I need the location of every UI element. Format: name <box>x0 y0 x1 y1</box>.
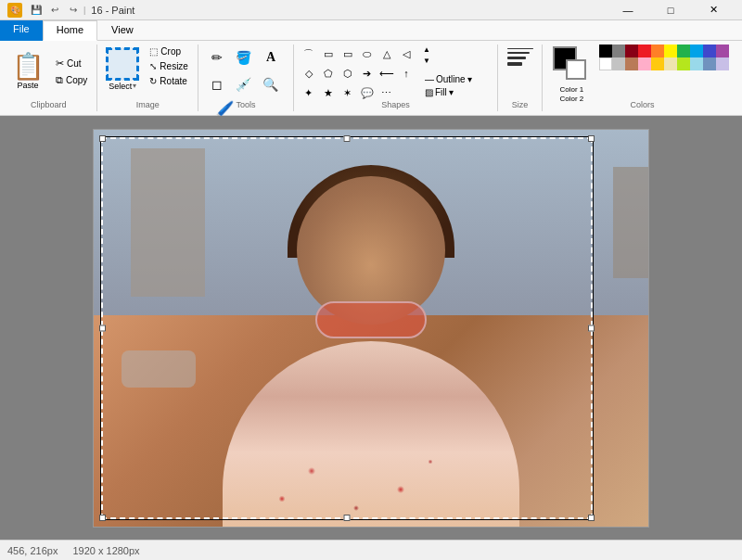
tab-home[interactable]: Home <box>43 20 97 41</box>
shapes-grid: ⌒ ▭ ▭ ⬭ △ ◁ ◇ ⬠ ⬡ ➔ ⟵ ↑ ✦ ★ ✶ <box>300 45 420 102</box>
tab-file[interactable]: File <box>0 20 43 41</box>
swatch-green[interactable] <box>677 45 690 57</box>
undo-quick-btn[interactable]: ↩ <box>46 2 63 19</box>
swatch-blue[interactable] <box>690 45 703 57</box>
person-head <box>297 176 445 325</box>
shape-roundrect-btn[interactable]: ▭ <box>339 45 357 63</box>
ribbon-tabs: File Home View <box>0 20 742 41</box>
size-line-4[interactable] <box>507 62 522 66</box>
magnify-button[interactable]: 🔍 <box>258 71 284 97</box>
shape-star6-btn[interactable]: ✶ <box>339 83 357 102</box>
shapes-section: ⌒ ▭ ▭ ⬭ △ ◁ ◇ ⬠ ⬡ ➔ ⟵ ↑ ✦ ★ ✶ <box>294 45 498 111</box>
shape-rtriangle-btn[interactable]: ◁ <box>397 45 416 63</box>
select-label: Select <box>109 82 132 91</box>
shapes-side: ▲ ▼ ― Outline ▾ ▨ Fill ▾ <box>422 45 475 98</box>
swatch-white[interactable] <box>599 57 612 70</box>
swatch-pink[interactable] <box>638 57 651 70</box>
swatch-orange[interactable] <box>651 45 664 57</box>
status-bar: 456, 216px 1920 x 1280px <box>0 540 742 560</box>
rotate-icon: ↻ <box>149 76 157 86</box>
redo-quick-btn[interactable]: ↪ <box>65 2 82 19</box>
outline-fill-group: ― Outline ▾ ▨ Fill ▾ <box>422 73 475 98</box>
image-label: Image <box>97 100 198 109</box>
swatch-gold[interactable] <box>651 57 664 70</box>
clipboard-section: 📋 Paste ✂ Cut ⧉ Copy Clipboard <box>0 45 97 111</box>
swatch-darkred[interactable] <box>625 45 638 57</box>
swatch-red[interactable] <box>638 45 651 57</box>
ribbon: File Home View 📋 Paste ✂ Cut ⧉ Copy <box>0 20 742 116</box>
shape-hexagon-btn[interactable]: ⬡ <box>339 64 357 83</box>
shapes-scroll-up[interactable]: ▲ <box>422 45 475 56</box>
color2-box[interactable] <box>566 59 586 80</box>
paint-canvas[interactable] <box>93 129 649 528</box>
shape-triangle-btn[interactable]: △ <box>377 45 396 63</box>
resize-icon: ⤡ <box>149 61 157 71</box>
select-dropdown-icon: ▾ <box>133 82 136 90</box>
maximize-button[interactable]: □ <box>649 0 692 20</box>
shapes-nav: ▲ ▼ <box>422 45 475 66</box>
bg-car <box>122 350 196 388</box>
paste-button[interactable]: 📋 Paste <box>6 45 50 98</box>
image-section: Select ▾ ⬚ Crop ⤡ Resize ↻ <box>97 45 198 111</box>
shapes-scroll-down[interactable]: ▼ <box>422 56 475 67</box>
eraser-button[interactable]: ◻ <box>204 71 230 97</box>
copy-button[interactable]: ⧉ Copy <box>52 72 91 88</box>
swatch-indigo[interactable] <box>703 45 716 57</box>
minimize-button[interactable]: — <box>607 0 649 20</box>
paste-label: Paste <box>17 81 38 90</box>
app-icon: 🎨 <box>7 3 22 18</box>
swatch-gray[interactable] <box>612 45 625 57</box>
swatch-lavender[interactable] <box>716 57 729 70</box>
swatch-lime[interactable] <box>677 57 690 70</box>
pencil-button[interactable]: ✏ <box>204 45 230 70</box>
outline-button[interactable]: ― Outline ▾ <box>422 73 475 85</box>
shape-star5-btn[interactable]: ★ <box>319 83 338 102</box>
swatch-purple[interactable] <box>716 45 729 57</box>
bg-building-2 <box>613 167 648 278</box>
size-line-1[interactable] <box>507 48 533 49</box>
size-line-2[interactable] <box>507 52 530 54</box>
tab-view[interactable]: View <box>97 20 147 41</box>
shape-arrow-btn[interactable]: ➔ <box>358 64 377 83</box>
swatch-lightgray[interactable] <box>612 57 625 70</box>
swatch-brown[interactable] <box>625 57 638 70</box>
swatch-steelblue[interactable] <box>703 57 716 70</box>
shape-line-btn[interactable]: ⌒ <box>300 45 318 63</box>
swatch-yellow[interactable] <box>664 45 677 57</box>
shape-arrowup-btn[interactable]: ↑ <box>397 64 416 83</box>
glasses <box>315 301 427 338</box>
rotate-label: Rotate <box>160 76 186 86</box>
flower-pattern <box>223 341 519 527</box>
swatch-skyblue[interactable] <box>690 57 703 70</box>
shape-more-btn[interactable]: ⋯ <box>377 83 396 102</box>
shape-diamond-btn[interactable]: ◇ <box>300 64 318 83</box>
fill-label: Fill ▾ <box>435 87 454 97</box>
shape-arrowleft-btn[interactable]: ⟵ <box>377 64 396 83</box>
close-button[interactable]: ✕ <box>692 0 735 20</box>
swatch-black[interactable] <box>599 45 612 57</box>
shape-rect-btn[interactable]: ▭ <box>319 45 338 63</box>
color-picker-button[interactable]: 💉 <box>231 71 257 97</box>
save-quick-btn[interactable]: 💾 <box>28 2 45 19</box>
shapes-label: Shapes <box>294 100 497 109</box>
shape-ellipse-btn[interactable]: ⬭ <box>358 45 377 63</box>
fill-btn[interactable]: ▨ Fill ▾ <box>422 86 475 98</box>
resize-button[interactable]: ⤡ Resize <box>146 59 192 73</box>
text-button[interactable]: A <box>258 45 284 70</box>
shape-pentagon-btn[interactable]: ⬠ <box>319 64 338 83</box>
size-line-3[interactable] <box>507 57 526 59</box>
select-button[interactable]: Select ▾ <box>103 45 142 94</box>
outline-label: Outline <box>436 74 466 84</box>
fill-button[interactable]: 🪣 <box>231 45 257 70</box>
copy-label: Copy <box>66 75 87 85</box>
coords-display: 456, 216px <box>7 545 58 556</box>
shape-callout-btn[interactable]: 💬 <box>358 83 377 102</box>
crop-button[interactable]: ⬚ Crop <box>146 45 192 58</box>
bg-building-1 <box>131 148 205 297</box>
rotate-button[interactable]: ↻ Rotate <box>146 74 192 88</box>
clipboard-sub: ✂ Cut ⧉ Copy <box>52 45 91 98</box>
cut-icon: ✂ <box>56 57 64 70</box>
cut-button[interactable]: ✂ Cut <box>52 56 91 71</box>
shape-star4-btn[interactable]: ✦ <box>300 83 318 102</box>
swatch-tan[interactable] <box>664 57 677 70</box>
